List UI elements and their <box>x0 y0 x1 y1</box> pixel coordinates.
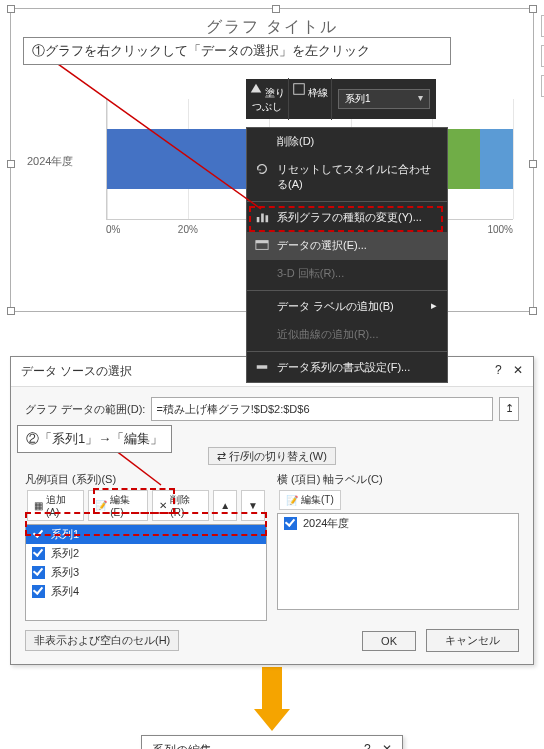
callout2-pointer <box>111 447 191 497</box>
range-label: グラフ データの範囲(D): <box>25 402 145 417</box>
axis-edit-button[interactable]: 📝 編集(T) <box>279 490 341 510</box>
highlight-select-data <box>249 206 443 232</box>
axis-listbox[interactable]: 2024年度 <box>277 513 519 610</box>
checkbox-icon[interactable] <box>32 547 45 560</box>
cancel-button[interactable]: キャンセル <box>426 629 519 652</box>
chart-title[interactable]: グラフ タイトル <box>19 17 525 38</box>
ctx-trendline: 近似曲線の追加(R)... <box>247 321 447 349</box>
outline-button[interactable]: 枠線 <box>289 78 332 120</box>
list-item[interactable]: 系列2 <box>26 544 266 563</box>
checkbox-icon[interactable] <box>284 517 297 530</box>
list-item[interactable]: 系列3 <box>26 563 266 582</box>
ctx-format-series[interactable]: データ系列の書式設定(F)... <box>247 354 447 382</box>
svg-rect-7 <box>257 365 268 369</box>
select-data-source-dialog: データ ソースの選択 ? ✕ グラフ データの範囲(D): =積み上げ棒グラフ!… <box>10 356 534 665</box>
chart-mini-toolbar: 塗りつぶし 枠線 系列1 <box>246 79 436 119</box>
ctx-delete[interactable]: 削除(D) <box>247 128 447 156</box>
y-axis-category: 2024年度 <box>27 154 73 169</box>
dialog-title: 系列の編集 <box>152 742 212 749</box>
callout-step1: ①グラフを右クリックして「データの選択」を左クリック <box>23 37 451 65</box>
switch-row-col-button[interactable]: ⇄ 行/列の切り替え(W) <box>208 447 336 465</box>
bar-seg-5[interactable] <box>480 129 512 189</box>
svg-rect-1 <box>293 84 304 95</box>
help-button[interactable]: ? <box>356 742 379 749</box>
range-ref-button[interactable]: ↥ <box>499 397 519 421</box>
flow-arrow-2 <box>0 667 544 733</box>
close-button[interactable]: ✕ <box>382 742 392 749</box>
close-button[interactable]: ✕ <box>513 363 523 377</box>
edit-series-dialog: 系列の編集 ? ✕ 系列名(N): 機械加工 ↥ データ範囲の選択 系列値(V)… <box>141 735 403 749</box>
list-item[interactable]: 2024年度 <box>278 514 518 533</box>
chart-context-menu: 削除(D) リセットしてスタイルに合わせる(A) 系列グラフの種類の変更(Y).… <box>246 127 448 383</box>
chart-data-range-input[interactable]: =積み上げ棒グラフ!$D$2:$D$6 <box>151 397 493 421</box>
chevron-down-icon <box>418 92 423 106</box>
callout-step2: ②「系列1」→「編集」 <box>17 425 172 453</box>
checkbox-icon[interactable] <box>32 585 45 598</box>
help-button[interactable]: ? <box>487 363 510 377</box>
ctx-3d-rotate: 3-D 回転(R)... <box>247 260 447 288</box>
ok-button[interactable]: OK <box>362 631 416 651</box>
ctx-add-labels[interactable]: データ ラベルの追加(B)▸ <box>247 293 447 321</box>
hidden-cells-button[interactable]: 非表示および空白のセル(H) <box>25 630 179 651</box>
chart-container[interactable]: ＋ 🖌 ⧨ グラフ タイトル ①グラフを右クリックして「データの選択」を左クリッ… <box>10 8 534 312</box>
series-listbox[interactable]: 系列1 系列2 系列3 系列4 <box>25 524 267 621</box>
fill-button[interactable]: 塗りつぶし <box>246 78 289 120</box>
ctx-select-data[interactable]: データの選択(E)... <box>247 232 447 260</box>
ctx-reset[interactable]: リセットしてスタイルに合わせる(A) <box>247 156 447 199</box>
list-item[interactable]: 系列4 <box>26 582 266 601</box>
axis-labels-label: 横 (項目) 軸ラベル(C) <box>277 472 519 487</box>
dialog-title: データ ソースの選択 <box>21 363 132 380</box>
checkbox-icon[interactable] <box>32 566 45 579</box>
series-selector[interactable]: 系列1 <box>338 89 430 109</box>
highlight-series1-row <box>25 512 267 536</box>
svg-rect-6 <box>256 241 268 244</box>
